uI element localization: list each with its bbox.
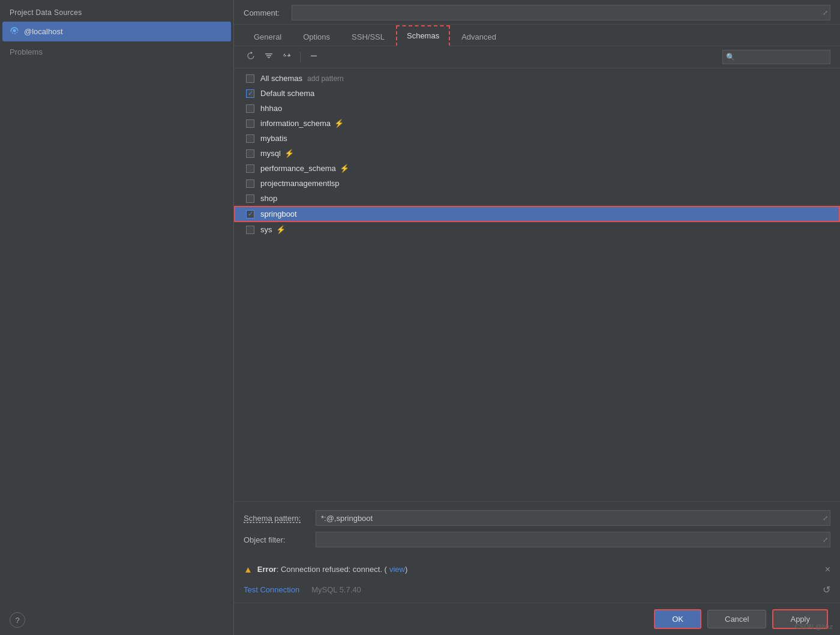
lightning-icon-performance-schema: ⚡ xyxy=(340,164,349,173)
toolbar-sort-schema-button[interactable] xyxy=(280,50,294,64)
add-pattern-label[interactable]: add pattern xyxy=(307,74,344,83)
sidebar: Project Data Sources @localhost Problems… xyxy=(0,0,234,635)
toolbar-sort-alpha-button[interactable] xyxy=(262,50,276,64)
checkbox-mysql[interactable] xyxy=(246,149,254,158)
help-button[interactable]: ? xyxy=(10,612,25,628)
checkbox-default-schema[interactable]: ✓ xyxy=(246,89,254,98)
error-icon: ▲ xyxy=(244,564,253,574)
schema-item-hhhao[interactable]: hhhao xyxy=(234,101,840,116)
schema-item-mysql[interactable]: mysql ⚡ xyxy=(234,146,840,161)
toolbar-dash-button[interactable] xyxy=(307,50,321,64)
checkbox-springboot[interactable]: ✓ xyxy=(246,210,254,218)
schema-name-mybatis: mybatis xyxy=(260,134,287,143)
schema-name-default: Default schema xyxy=(260,89,314,98)
lightning-icon-information-schema: ⚡ xyxy=(334,119,344,128)
tab-schemas[interactable]: Schemas xyxy=(396,25,450,46)
comment-input-wrapper: ⤢ xyxy=(292,5,830,20)
schema-item-sys[interactable]: sys ⚡ xyxy=(234,222,840,237)
search-wrapper: 🔍 xyxy=(722,50,830,64)
tabs-row: General Options SSH/SSL Schemas Advanced xyxy=(234,25,840,46)
sidebar-item-localhost[interactable]: @localhost xyxy=(2,22,231,41)
test-connection-link[interactable]: Test Connection xyxy=(244,585,299,594)
comment-row: Comment: ⤢ xyxy=(234,0,840,25)
schema-item-projectmanagement[interactable]: projectmanagementlsp xyxy=(234,176,840,191)
checkbox-sys[interactable] xyxy=(246,226,254,234)
search-icon: 🔍 xyxy=(726,53,735,61)
schema-list: All schemas add pattern ✓ Default schema… xyxy=(234,68,840,501)
schema-item-default[interactable]: ✓ Default schema xyxy=(234,86,840,101)
test-connection-row: Test Connection MySQL 5.7.40 ↺ xyxy=(234,579,840,603)
object-filter-row: Object filter: ⤢ xyxy=(244,532,830,547)
error-text: Error: Connection refused: connect. (vie… xyxy=(257,565,407,574)
main-panel: Comment: ⤢ General Options SSH/SSL Schem… xyxy=(234,0,840,635)
schema-item-information-schema[interactable]: information_schema ⚡ xyxy=(234,116,840,131)
tab-general[interactable]: General xyxy=(244,27,292,46)
error-view-link[interactable]: view xyxy=(389,565,405,574)
checkbox-projectmanagement[interactable] xyxy=(246,179,254,188)
connection-icon xyxy=(10,26,19,37)
sidebar-item-localhost-label: @localhost xyxy=(24,27,63,36)
tab-sshssl[interactable]: SSH/SSL xyxy=(341,27,395,46)
schema-name-mysql: mysql xyxy=(260,149,281,158)
toolbar-refresh-button[interactable] xyxy=(244,50,258,64)
schema-name-all: All schemas xyxy=(260,74,302,83)
footer: OK Cancel Apply xyxy=(234,603,840,635)
schema-name-information-schema: information_schema xyxy=(260,119,331,128)
sidebar-bottom: ? xyxy=(0,605,233,635)
tab-advanced[interactable]: Advanced xyxy=(451,27,506,46)
schema-name-sys: sys xyxy=(260,225,272,234)
toolbar-separator xyxy=(300,52,301,62)
schema-pattern-row: Schema pattern: ⤢ xyxy=(244,510,830,526)
checkbox-information-schema[interactable] xyxy=(246,119,254,128)
object-filter-expand-button[interactable]: ⤢ xyxy=(823,536,828,544)
schema-name-hhhao: hhhao xyxy=(260,104,282,113)
svg-point-0 xyxy=(13,29,16,32)
error-banner: ▲ Error: Connection refused: connect. (v… xyxy=(234,559,840,579)
schema-pattern-input[interactable] xyxy=(316,510,830,526)
object-filter-input-wrapper: ⤢ xyxy=(316,532,830,547)
sidebar-title: Project Data Sources xyxy=(0,0,233,22)
svg-rect-1 xyxy=(311,56,317,57)
lightning-icon-mysql: ⚡ xyxy=(284,149,294,158)
refresh-icon[interactable]: ↺ xyxy=(823,584,830,595)
schema-item-all[interactable]: All schemas add pattern xyxy=(234,71,840,86)
bottom-form: Schema pattern: ⤢ Object filter: ⤢ xyxy=(234,501,840,559)
test-connection-version: MySQL 5.7.40 xyxy=(311,585,361,594)
object-filter-input[interactable] xyxy=(316,532,830,547)
schema-name-shop: shop xyxy=(260,194,277,203)
error-bold: Error xyxy=(257,565,277,574)
checkbox-performance-schema[interactable] xyxy=(246,164,254,173)
schema-item-performance-schema[interactable]: performance_schema ⚡ xyxy=(234,161,840,176)
checkbox-hhhao[interactable] xyxy=(246,104,254,113)
comment-label: Comment: xyxy=(244,8,286,17)
watermark: CSDN @hhz xyxy=(795,623,833,630)
schema-item-shop[interactable]: shop xyxy=(234,191,840,206)
schema-pattern-input-wrapper: ⤢ xyxy=(316,510,830,526)
toolbar-row: 🔍 xyxy=(234,46,840,68)
schema-pattern-label: Schema pattern: xyxy=(244,514,316,523)
comment-input[interactable] xyxy=(292,5,830,20)
schema-item-springboot[interactable]: ✓ springboot xyxy=(234,206,840,222)
checkbox-shop[interactable] xyxy=(246,194,254,203)
comment-expand-button[interactable]: ⤢ xyxy=(823,9,828,17)
schema-name-performance-schema: performance_schema xyxy=(260,164,336,173)
lightning-icon-sys: ⚡ xyxy=(276,225,286,234)
checkbox-all-schemas[interactable] xyxy=(246,74,254,83)
schema-search-input[interactable] xyxy=(722,50,830,64)
object-filter-label: Object filter: xyxy=(244,535,316,544)
ok-button[interactable]: OK xyxy=(654,609,701,629)
checkbox-mybatis[interactable] xyxy=(246,134,254,143)
schema-item-mybatis[interactable]: mybatis xyxy=(234,131,840,146)
tab-options[interactable]: Options xyxy=(293,27,340,46)
error-close-button[interactable]: × xyxy=(825,564,830,575)
schema-name-projectmanagement: projectmanagementlsp xyxy=(260,179,340,188)
sidebar-problems: Problems xyxy=(0,41,233,62)
schema-name-springboot: springboot xyxy=(260,209,297,218)
cancel-button[interactable]: Cancel xyxy=(707,610,766,628)
schema-pattern-expand-button[interactable]: ⤢ xyxy=(823,514,828,522)
